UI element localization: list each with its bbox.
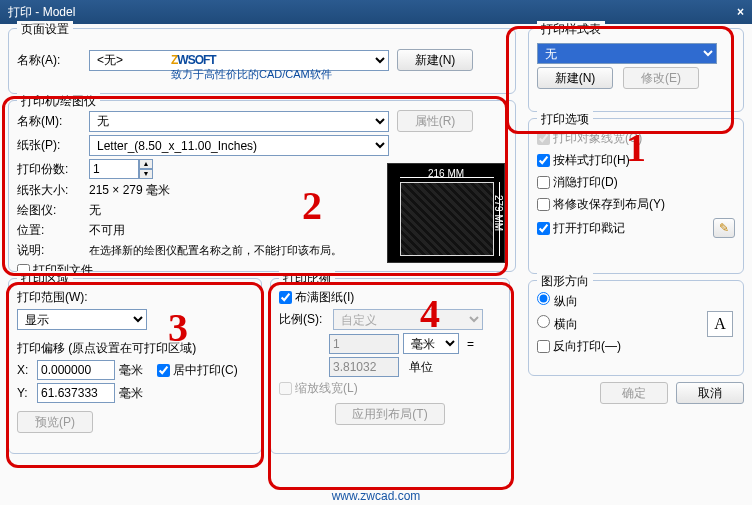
scale-lw-checkbox: 缩放线宽(L) [279,380,358,397]
opt-hide-checkbox[interactable]: 消隐打印(D) [537,174,618,191]
paper-label: 纸张(P): [17,137,85,154]
apply-layout-button: 应用到布局(T) [335,403,445,425]
print-scale-group: 打印比例 布满图纸(I) 比例(S): 自定义 毫米 = 单位 缩放线宽(L) … [270,278,510,454]
orient-reverse-checkbox[interactable]: 反向打印(—) [537,338,621,355]
copies-up[interactable]: ▲ [139,159,153,169]
copies-down[interactable]: ▼ [139,169,153,179]
titlebar: 打印 - Model × [0,0,752,24]
stamp-icon[interactable]: ✎ [713,218,735,238]
options-legend: 打印选项 [537,111,593,128]
center-checkbox[interactable]: 居中打印(C) [157,362,238,379]
opt-by-style-checkbox[interactable]: 按样式打印(H) [537,152,630,169]
page-setup-group: 页面设置 名称(A): <无> 新建(N) ZWSOFT 致力于高性价比的CAD… [8,28,516,94]
area-legend: 打印区域 [17,271,73,288]
range-select[interactable]: 显示 [17,309,147,330]
scale-legend: 打印比例 [279,271,335,288]
papersize-value: 215 × 279 毫米 [89,182,170,199]
orient-landscape-radio[interactable]: 横向 [537,315,578,333]
scale-num-input [329,334,399,354]
opt-stamp-checkbox[interactable]: 打开打印戳记 [537,220,625,237]
preview-button: 预览(P) [17,411,93,433]
printer-name-label: 名称(M): [17,113,85,130]
range-label: 打印范围(W): [17,289,88,306]
printer-group: 打印机/绘图仪 名称(M): 无 属性(R) 纸张(P): Letter_(8.… [8,100,516,272]
location-value: 不可用 [89,222,125,239]
styletable-legend: 打印样式表 [537,21,605,38]
preview-height-label: 279 MM [493,195,504,231]
offset-y-label: Y: [17,386,33,400]
styletable-group: 打印样式表 无 新建(N) 修改(E) [528,28,744,112]
location-label: 位置: [17,222,85,239]
offset-x-input[interactable] [37,360,115,380]
paper-preview: 216 MM 279 MM [387,163,505,263]
printer-legend: 打印机/绘图仪 [17,93,100,110]
ratio-select[interactable]: 自定义 [333,309,483,330]
opt-obj-lw-checkbox: 打印对象线宽(O) [537,130,642,147]
offset-y-unit: 毫米 [119,385,143,402]
print-area-group: 打印区域 打印范围(W): 显示 打印偏移 (原点设置在可打印区域) X: 毫米… [8,278,262,454]
fit-checkbox[interactable]: 布满图纸(I) [279,289,354,306]
styletable-new-button[interactable]: 新建(N) [537,67,613,89]
ratio-label: 比例(S): [279,311,329,328]
printer-props-button: 属性(R) [397,110,473,132]
den-unit-label: 单位 [409,359,433,376]
offset-x-unit: 毫米 [119,362,143,379]
papersize-label: 纸张大小: [17,182,85,199]
footer-url: www.zwcad.com [0,489,752,503]
pagesetup-name-label: 名称(A): [17,52,85,69]
copies-label: 打印份数: [17,161,85,178]
offset-y-input[interactable] [37,383,115,403]
close-icon[interactable]: × [737,0,744,24]
offset-x-label: X: [17,363,33,377]
scale-unit-select[interactable]: 毫米 [403,333,459,354]
opt-save-layout-checkbox[interactable]: 将修改保存到布局(Y) [537,196,665,213]
offset-legend: 打印偏移 (原点设置在可打印区域) [17,340,253,357]
desc-value: 在选择新的绘图仪配置名称之前，不能打印该布局。 [89,243,342,258]
logo: ZWSOFT 致力于高性价比的CAD/CAM软件 [171,39,332,82]
plotter-value: 无 [89,202,101,219]
cancel-button[interactable]: 取消 [676,382,744,404]
page-setup-legend: 页面设置 [17,21,73,38]
scale-den-input [329,357,399,377]
copies-input[interactable] [89,159,139,179]
paper-select[interactable]: Letter_(8.50_x_11.00_Inches) [89,135,389,156]
pagesetup-new-button[interactable]: 新建(N) [397,49,473,71]
equals-label: = [467,337,474,351]
orient-portrait-radio[interactable]: 纵向 [537,292,578,310]
print-options-group: 打印选项 打印对象线宽(O) 按样式打印(H) 消隐打印(D) 将修改保存到布局… [528,118,744,274]
ok-button: 确定 [600,382,668,404]
printer-name-select[interactable]: 无 [89,111,389,132]
orient-legend: 图形方向 [537,273,593,290]
styletable-edit-button: 修改(E) [623,67,699,89]
orientation-group: 图形方向 纵向 横向 反向打印(—) A [528,280,744,376]
desc-label: 说明: [17,242,85,259]
orientation-icon: A [707,311,733,337]
styletable-select[interactable]: 无 [537,43,717,64]
plotter-label: 绘图仪: [17,202,85,219]
